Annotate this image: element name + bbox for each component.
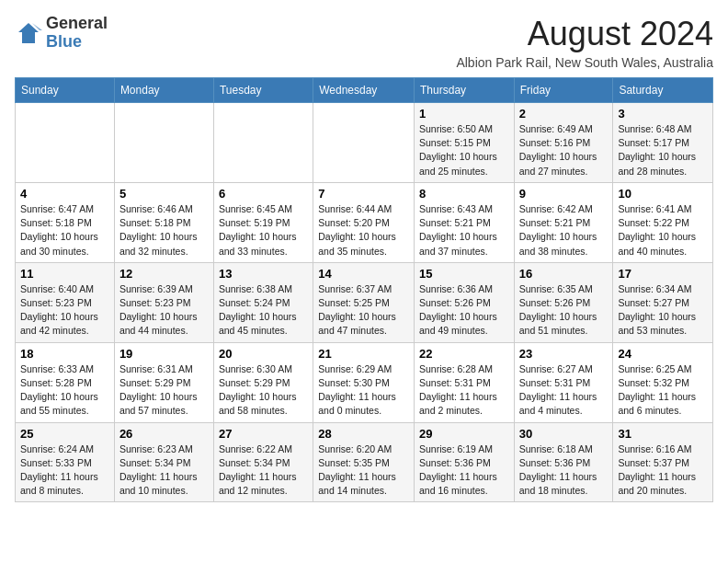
day-number: 30 [519,427,609,441]
calendar-cell: 11Sunrise: 6:40 AM Sunset: 5:23 PM Dayli… [16,262,115,342]
day-number: 17 [618,267,708,281]
calendar-cell: 12Sunrise: 6:39 AM Sunset: 5:23 PM Dayli… [114,262,213,342]
day-info: Sunrise: 6:37 AM Sunset: 5:25 PM Dayligh… [318,282,409,339]
calendar-cell: 6Sunrise: 6:45 AM Sunset: 5:19 PM Daylig… [213,182,313,262]
day-number: 20 [219,347,308,361]
day-number: 15 [419,267,509,281]
calendar-cell: 23Sunrise: 6:27 AM Sunset: 5:31 PM Dayli… [514,342,613,422]
day-number: 1 [419,107,509,121]
calendar-cell: 7Sunrise: 6:44 AM Sunset: 5:20 PM Daylig… [313,182,415,262]
day-number: 21 [318,347,409,361]
day-number: 12 [119,267,209,281]
day-number: 31 [618,427,708,441]
day-info: Sunrise: 6:45 AM Sunset: 5:19 PM Dayligh… [219,202,308,259]
calendar-cell: 29Sunrise: 6:19 AM Sunset: 5:36 PM Dayli… [415,422,515,502]
day-info: Sunrise: 6:35 AM Sunset: 5:26 PM Dayligh… [519,282,609,339]
calendar-cell: 18Sunrise: 6:33 AM Sunset: 5:28 PM Dayli… [16,342,115,422]
day-number: 8 [419,187,509,201]
day-number: 3 [618,107,708,121]
weekday-header-tuesday: Tuesday [213,78,313,103]
day-number: 11 [20,267,109,281]
calendar-cell: 15Sunrise: 6:36 AM Sunset: 5:26 PM Dayli… [415,262,515,342]
day-info: Sunrise: 6:30 AM Sunset: 5:29 PM Dayligh… [219,362,308,419]
week-row-1: 1Sunrise: 6:50 AM Sunset: 5:15 PM Daylig… [16,103,713,183]
calendar-cell: 10Sunrise: 6:41 AM Sunset: 5:22 PM Dayli… [613,182,713,262]
day-number: 18 [20,347,109,361]
calendar-cell: 24Sunrise: 6:25 AM Sunset: 5:32 PM Dayli… [613,342,713,422]
day-number: 2 [519,107,609,121]
calendar-cell: 14Sunrise: 6:37 AM Sunset: 5:25 PM Dayli… [313,262,415,342]
weekday-header-sunday: Sunday [16,78,115,103]
day-number: 25 [20,427,109,441]
calendar-cell: 30Sunrise: 6:18 AM Sunset: 5:36 PM Dayli… [514,422,613,502]
logo: General Blue [15,15,108,52]
day-info: Sunrise: 6:24 AM Sunset: 5:33 PM Dayligh… [20,442,109,499]
day-info: Sunrise: 6:47 AM Sunset: 5:18 PM Dayligh… [20,202,109,259]
calendar-cell: 20Sunrise: 6:30 AM Sunset: 5:29 PM Dayli… [213,342,313,422]
page-header: General Blue August 2024 Albion Park Rai… [15,15,713,70]
day-info: Sunrise: 6:22 AM Sunset: 5:34 PM Dayligh… [219,442,308,499]
day-number: 23 [519,347,609,361]
calendar-cell: 3Sunrise: 6:48 AM Sunset: 5:17 PM Daylig… [613,103,713,183]
day-info: Sunrise: 6:23 AM Sunset: 5:34 PM Dayligh… [119,442,209,499]
day-number: 9 [519,187,609,201]
day-number: 4 [20,187,109,201]
day-info: Sunrise: 6:46 AM Sunset: 5:18 PM Dayligh… [119,202,209,259]
day-info: Sunrise: 6:41 AM Sunset: 5:22 PM Dayligh… [618,202,708,259]
calendar-cell: 9Sunrise: 6:42 AM Sunset: 5:21 PM Daylig… [514,182,613,262]
day-number: 16 [519,267,609,281]
day-number: 24 [618,347,708,361]
weekday-header-thursday: Thursday [415,78,515,103]
calendar-cell: 5Sunrise: 6:46 AM Sunset: 5:18 PM Daylig… [114,182,213,262]
week-row-5: 25Sunrise: 6:24 AM Sunset: 5:33 PM Dayli… [16,422,713,502]
weekday-header-row: SundayMondayTuesdayWednesdayThursdayFrid… [16,78,713,103]
calendar-cell [213,103,313,183]
calendar-cell: 21Sunrise: 6:29 AM Sunset: 5:30 PM Dayli… [313,342,415,422]
month-title: August 2024 [456,15,713,53]
day-number: 27 [219,427,308,441]
calendar-cell: 17Sunrise: 6:34 AM Sunset: 5:27 PM Dayli… [613,262,713,342]
day-info: Sunrise: 6:39 AM Sunset: 5:23 PM Dayligh… [119,282,209,339]
day-info: Sunrise: 6:42 AM Sunset: 5:21 PM Dayligh… [519,202,609,259]
calendar-cell: 22Sunrise: 6:28 AM Sunset: 5:31 PM Dayli… [415,342,515,422]
calendar-cell: 8Sunrise: 6:43 AM Sunset: 5:21 PM Daylig… [415,182,515,262]
week-row-3: 11Sunrise: 6:40 AM Sunset: 5:23 PM Dayli… [16,262,713,342]
day-info: Sunrise: 6:48 AM Sunset: 5:17 PM Dayligh… [618,122,708,178]
calendar-cell: 2Sunrise: 6:49 AM Sunset: 5:16 PM Daylig… [514,103,613,183]
day-number: 28 [318,427,409,441]
day-info: Sunrise: 6:29 AM Sunset: 5:30 PM Dayligh… [318,362,409,419]
week-row-2: 4Sunrise: 6:47 AM Sunset: 5:18 PM Daylig… [16,182,713,262]
day-info: Sunrise: 6:49 AM Sunset: 5:16 PM Dayligh… [519,122,609,178]
day-info: Sunrise: 6:50 AM Sunset: 5:15 PM Dayligh… [419,122,509,178]
location-subtitle: Albion Park Rail, New South Wales, Austr… [456,55,713,70]
calendar-table: SundayMondayTuesdayWednesdayThursdayFrid… [15,77,713,502]
day-number: 13 [219,267,308,281]
day-info: Sunrise: 6:20 AM Sunset: 5:35 PM Dayligh… [318,442,409,499]
day-info: Sunrise: 6:44 AM Sunset: 5:20 PM Dayligh… [318,202,409,259]
day-info: Sunrise: 6:16 AM Sunset: 5:37 PM Dayligh… [618,442,708,499]
weekday-header-friday: Friday [514,78,613,103]
calendar-cell [114,103,213,183]
day-number: 26 [119,427,209,441]
calendar-cell: 27Sunrise: 6:22 AM Sunset: 5:34 PM Dayli… [213,422,313,502]
day-info: Sunrise: 6:33 AM Sunset: 5:28 PM Dayligh… [20,362,109,419]
day-info: Sunrise: 6:34 AM Sunset: 5:27 PM Dayligh… [618,282,708,339]
title-section: August 2024 Albion Park Rail, New South … [456,15,713,70]
day-number: 10 [618,187,708,201]
weekday-header-saturday: Saturday [613,78,713,103]
day-number: 22 [419,347,509,361]
calendar-cell: 28Sunrise: 6:20 AM Sunset: 5:35 PM Dayli… [313,422,415,502]
calendar-cell: 26Sunrise: 6:23 AM Sunset: 5:34 PM Dayli… [114,422,213,502]
day-number: 7 [318,187,409,201]
calendar-cell: 1Sunrise: 6:50 AM Sunset: 5:15 PM Daylig… [415,103,515,183]
weekday-header-monday: Monday [114,78,213,103]
day-number: 5 [119,187,209,201]
day-info: Sunrise: 6:40 AM Sunset: 5:23 PM Dayligh… [20,282,109,339]
day-info: Sunrise: 6:28 AM Sunset: 5:31 PM Dayligh… [419,362,509,419]
calendar-cell: 19Sunrise: 6:31 AM Sunset: 5:29 PM Dayli… [114,342,213,422]
day-info: Sunrise: 6:25 AM Sunset: 5:32 PM Dayligh… [618,362,708,419]
day-number: 19 [119,347,209,361]
day-info: Sunrise: 6:19 AM Sunset: 5:36 PM Dayligh… [419,442,509,499]
weekday-header-wednesday: Wednesday [313,78,415,103]
calendar-cell: 13Sunrise: 6:38 AM Sunset: 5:24 PM Dayli… [213,262,313,342]
